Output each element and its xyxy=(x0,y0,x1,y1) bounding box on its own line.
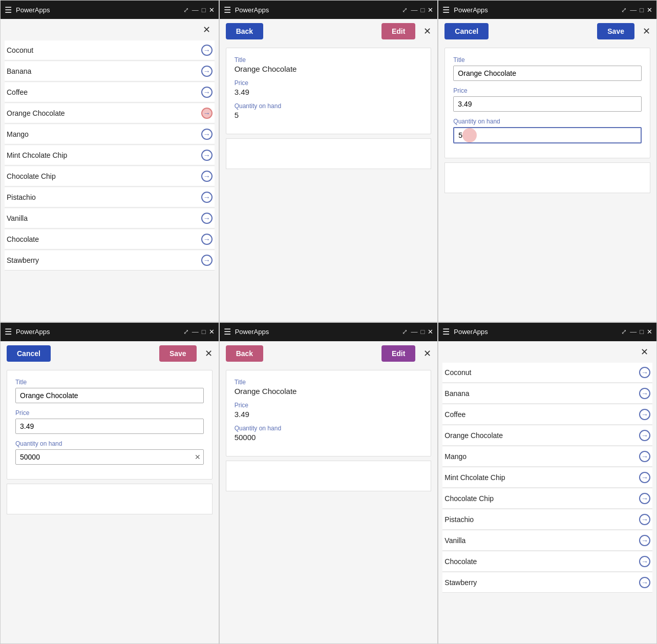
nav-icon[interactable]: → xyxy=(639,388,650,399)
minimize-icon-4[interactable]: — xyxy=(192,328,199,336)
list-item-chocchip-1[interactable]: Chocolate Chip → xyxy=(5,167,215,186)
nav-icon[interactable]: → xyxy=(639,409,650,420)
titlebar-1: ☰ PowerApps ⤢ — □ ✕ xyxy=(1,1,219,19)
close-icon-1[interactable]: ✕ xyxy=(209,6,215,14)
detail-close-2[interactable]: ✕ xyxy=(423,26,431,37)
price-input-3[interactable] xyxy=(453,96,642,112)
list-close-button-6[interactable]: ✕ xyxy=(637,344,652,360)
list-item-coconut-6[interactable]: Coconut → xyxy=(442,363,652,383)
price-value-5: 3.49 xyxy=(235,410,423,419)
edit-close-4[interactable]: ✕ xyxy=(205,348,213,359)
title-input-3[interactable] xyxy=(453,66,642,81)
list-item-chocolate-6[interactable]: Chocolate → xyxy=(442,552,652,572)
nav-icon[interactable]: → xyxy=(639,556,650,567)
list-item-coffee-6[interactable]: Coffee → xyxy=(442,405,652,425)
detail-close-5[interactable]: ✕ xyxy=(423,348,431,359)
list-item-label: Coffee xyxy=(7,88,28,96)
list-item-label: Vanilla xyxy=(444,536,465,545)
edit-button-2[interactable]: Edit xyxy=(382,23,415,39)
nav-icon[interactable]: → xyxy=(639,367,650,378)
qty-clear-button-4[interactable]: ✕ xyxy=(195,453,201,461)
edit-close-3[interactable]: ✕ xyxy=(643,26,650,37)
list-close-button-1[interactable]: ✕ xyxy=(199,22,215,37)
price-input-4[interactable] xyxy=(15,419,204,434)
list-item-orange-chocolate-1[interactable]: Orange Chocolate → xyxy=(5,103,215,123)
list-item-coffee-1[interactable]: Coffee → xyxy=(5,82,215,102)
list-item-banana-6[interactable]: Banana → xyxy=(442,384,652,404)
maximize-icon-3[interactable]: □ xyxy=(640,6,644,14)
close-icon-2[interactable]: ✕ xyxy=(428,6,433,14)
nav-icon[interactable]: → xyxy=(201,213,213,224)
list-item-stawberry-6[interactable]: Stawberry → xyxy=(442,573,652,593)
qty-input-4[interactable] xyxy=(15,449,204,465)
title-input-4[interactable] xyxy=(15,388,204,403)
hamburger-icon-2[interactable]: ☰ xyxy=(224,5,231,15)
list-item-chocchip-6[interactable]: Chocolate Chip → xyxy=(442,489,652,509)
list-item-vanilla-6[interactable]: Vanilla → xyxy=(442,531,652,551)
nav-icon[interactable]: → xyxy=(201,192,213,203)
nav-icon[interactable]: → xyxy=(639,472,650,483)
save-button-3[interactable]: Save xyxy=(597,23,634,39)
nav-icon[interactable]: → xyxy=(201,171,213,182)
nav-icon[interactable]: → xyxy=(639,514,650,525)
nav-icon[interactable]: → xyxy=(201,255,213,266)
cancel-button-3[interactable]: Cancel xyxy=(444,23,489,39)
expand-icon-6[interactable]: ⤢ xyxy=(621,328,627,336)
nav-icon[interactable]: → xyxy=(639,577,650,588)
nav-icon[interactable]: → xyxy=(201,87,213,98)
list-item-chocolate-1[interactable]: Chocolate → xyxy=(5,230,215,250)
maximize-icon-4[interactable]: □ xyxy=(202,328,206,336)
back-button-5[interactable]: Back xyxy=(226,345,263,362)
expand-icon-3[interactable]: ⤢ xyxy=(621,6,627,14)
expand-icon-5[interactable]: ⤢ xyxy=(402,328,408,336)
nav-icon[interactable]: → xyxy=(201,234,213,245)
list-item-mango-1[interactable]: Mango → xyxy=(5,124,215,144)
save-button-4[interactable]: Save xyxy=(159,345,197,362)
close-icon-3[interactable]: ✕ xyxy=(647,6,652,14)
minimize-icon-6[interactable]: — xyxy=(630,328,637,336)
panel-6-content: ✕ Coconut → Banana → Coffee → Orange Cho… xyxy=(438,341,656,644)
maximize-icon-5[interactable]: □ xyxy=(420,328,425,336)
list-item-mintchoc-6[interactable]: Mint Chcolate Chip → xyxy=(442,468,652,488)
expand-icon-4[interactable]: ⤢ xyxy=(183,328,189,336)
nav-icon[interactable]: → xyxy=(639,451,650,462)
list-item-coconut-1[interactable]: Coconut → xyxy=(5,40,215,60)
minimize-icon-3[interactable]: — xyxy=(630,6,637,14)
maximize-icon-6[interactable]: □ xyxy=(640,328,644,336)
list-item-mango-6[interactable]: Mango → xyxy=(442,447,652,467)
list-item-pistachio-6[interactable]: Pistachio → xyxy=(442,510,652,530)
hamburger-icon-5[interactable]: ☰ xyxy=(224,327,231,337)
edit-button-5[interactable]: Edit xyxy=(382,345,415,362)
nav-icon[interactable]: → xyxy=(201,108,213,119)
nav-icon[interactable]: → xyxy=(639,430,650,441)
nav-icon[interactable]: → xyxy=(639,535,650,546)
list-item-stawberry-1[interactable]: Stawberry → xyxy=(5,251,215,271)
nav-icon[interactable]: → xyxy=(201,66,213,77)
qty-input-3[interactable] xyxy=(453,127,642,143)
close-icon-6[interactable]: ✕ xyxy=(647,328,652,336)
hamburger-icon-4[interactable]: ☰ xyxy=(5,327,12,337)
minimize-icon-1[interactable]: — xyxy=(192,6,199,14)
hamburger-icon-6[interactable]: ☰ xyxy=(442,327,450,337)
list-item-pistachio-1[interactable]: Pistachio → xyxy=(5,188,215,207)
nav-icon[interactable]: → xyxy=(201,45,213,56)
list-item-vanilla-1[interactable]: Vanilla → xyxy=(5,209,215,228)
maximize-icon-2[interactable]: □ xyxy=(420,6,425,14)
list-item-mintchoc-1[interactable]: Mint Chcolate Chip → xyxy=(5,146,215,165)
hamburger-icon-3[interactable]: ☰ xyxy=(442,5,450,15)
nav-icon[interactable]: → xyxy=(639,493,650,504)
nav-icon[interactable]: → xyxy=(201,150,213,161)
expand-icon-2[interactable]: ⤢ xyxy=(402,6,408,14)
close-icon-4[interactable]: ✕ xyxy=(209,328,215,336)
close-icon-5[interactable]: ✕ xyxy=(428,328,433,336)
nav-icon[interactable]: → xyxy=(201,129,213,140)
maximize-icon-1[interactable]: □ xyxy=(202,6,206,14)
minimize-icon-5[interactable]: — xyxy=(411,328,417,336)
expand-icon-1[interactable]: ⤢ xyxy=(183,6,189,14)
minimize-icon-2[interactable]: — xyxy=(411,6,417,14)
list-item-orange-chocolate-6[interactable]: Orange Chocolate → xyxy=(442,426,652,446)
list-item-banana-1[interactable]: Banana → xyxy=(5,61,215,81)
hamburger-icon-1[interactable]: ☰ xyxy=(5,5,12,15)
back-button-2[interactable]: Back xyxy=(226,23,263,39)
cancel-button-4[interactable]: Cancel xyxy=(7,345,51,362)
